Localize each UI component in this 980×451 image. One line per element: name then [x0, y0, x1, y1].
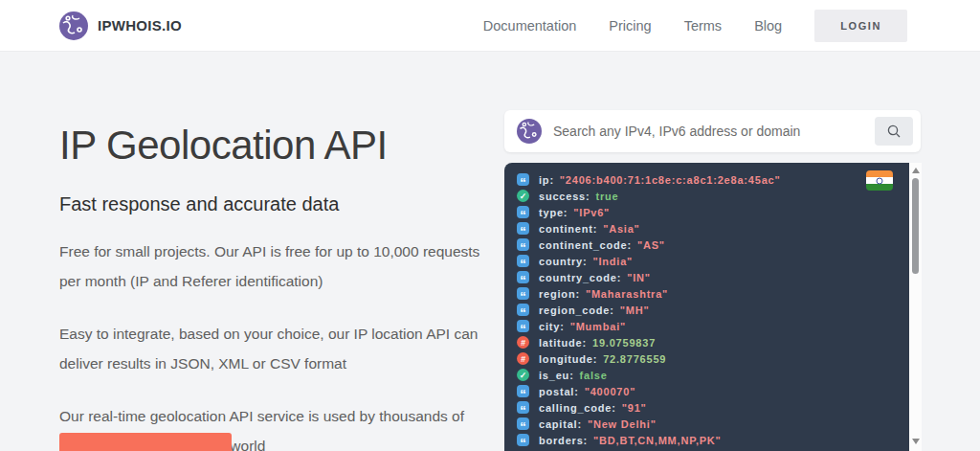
- number-type-icon: #: [517, 336, 529, 349]
- result-row: “ region: "Maharashtra": [517, 285, 909, 302]
- result-value: "AS": [637, 239, 665, 251]
- nav-link-pricing[interactable]: Pricing: [609, 18, 651, 34]
- page-subtitle: Fast response and accurate data: [59, 193, 495, 215]
- result-key: country_code:: [539, 272, 621, 283]
- result-key: longitude:: [539, 353, 597, 365]
- hero-paragraph-2: Easy to integrate, based on your choice,…: [59, 319, 495, 378]
- result-row: “ calling_code: "91": [517, 399, 909, 416]
- nav-link-documentation[interactable]: Documentation: [483, 18, 577, 34]
- boolean-type-icon: ✓: [517, 190, 529, 202]
- result-row: “ postal: "400070": [517, 383, 909, 399]
- string-type-icon: “: [517, 173, 529, 186]
- result-value: 19.0759837: [592, 337, 656, 349]
- string-type-icon: “: [517, 385, 529, 397]
- result-key: country:: [539, 256, 587, 267]
- api-result-panel: “ ip: "2406:b400:71:1c8e:c:a8c1:2e8a:45a…: [504, 163, 909, 451]
- search-icon: [886, 124, 902, 139]
- hero-paragraph-1: Free for small projects. Our API is free…: [59, 237, 495, 296]
- result-row: “ city: "Mumbai": [517, 318, 909, 334]
- string-type-icon: “: [517, 238, 529, 251]
- panel-scrollbar[interactable]: [909, 163, 922, 451]
- result-value: "Asia": [603, 223, 639, 235]
- ashoka-chakra: [877, 177, 883, 184]
- result-row: “ capital: "New Delhi": [517, 416, 909, 432]
- result-value: "91": [622, 402, 647, 414]
- string-type-icon: “: [517, 434, 529, 446]
- result-value: true: [596, 191, 619, 202]
- result-value: 72.8776559: [603, 353, 666, 365]
- ipwhois-globe-logo-icon: [59, 11, 88, 40]
- result-key: success:: [539, 191, 590, 202]
- cta-button[interactable]: [59, 433, 232, 451]
- result-key: latitude:: [539, 337, 587, 349]
- nav-link-blog[interactable]: Blog: [754, 18, 782, 34]
- result-key: continent_code:: [539, 239, 632, 251]
- result-row: “ type: "IPv6": [517, 204, 909, 220]
- result-key: continent:: [539, 223, 597, 235]
- nav-link-terms[interactable]: Terms: [684, 18, 722, 34]
- string-type-icon: “: [517, 287, 529, 300]
- result-key: region_code:: [539, 304, 614, 316]
- string-type-icon: “: [517, 417, 529, 430]
- result-key: calling_code:: [539, 402, 616, 414]
- result-value: "India": [592, 256, 633, 267]
- page-title: IP Geolocation API: [59, 123, 495, 169]
- navbar: IPWHOIS.IO Documentation Pricing Terms B…: [0, 0, 980, 52]
- nav-links: Documentation Pricing Terms Blog LOGIN: [483, 10, 907, 42]
- brand[interactable]: IPWHOIS.IO: [59, 11, 182, 40]
- result-key: borders:: [539, 435, 588, 446]
- result-row: “ country: "India": [517, 253, 909, 269]
- result-row: “ continent_code: "AS": [517, 237, 909, 253]
- search-input[interactable]: [553, 124, 875, 139]
- result-row: ✓ is_eu: false: [517, 367, 909, 383]
- result-key: type:: [539, 207, 568, 218]
- result-row: # longitude: 72.8776559: [517, 350, 909, 367]
- ipwhois-globe-icon: [517, 119, 542, 144]
- result-value: "New Delhi": [588, 418, 657, 430]
- result-value: "BD,BT,CN,MM,NP,PK": [593, 435, 722, 446]
- boolean-type-icon: ✓: [517, 369, 529, 381]
- brand-name: IPWHOIS.IO: [98, 17, 182, 34]
- result-value: "400070": [585, 386, 636, 397]
- result-row: # latitude: 19.0759837: [517, 334, 909, 350]
- result-value: "IPv6": [573, 207, 610, 218]
- string-type-icon: “: [517, 222, 529, 235]
- result-value: "IN": [627, 272, 651, 283]
- scrollbar-down-arrow-icon[interactable]: [912, 439, 920, 444]
- string-type-icon: “: [517, 271, 529, 283]
- result-key: ip:: [539, 174, 554, 186]
- result-value: "Maharashtra": [586, 288, 668, 300]
- result-row: “ borders: "BD,BT,CN,MM,NP,PK": [517, 432, 909, 448]
- search-bar: [504, 110, 921, 152]
- india-flag-icon: [866, 170, 893, 191]
- result-key: region:: [539, 288, 580, 300]
- string-type-icon: “: [517, 401, 529, 414]
- string-type-icon: “: [517, 255, 529, 267]
- result-row: “ country_code: "IN": [517, 269, 909, 285]
- result-key: capital:: [539, 418, 582, 430]
- result-key: city:: [539, 321, 565, 332]
- result-row: “ ip: "2406:b400:71:1c8e:c:a8c1:2e8a:45a…: [517, 171, 909, 188]
- string-type-icon: “: [517, 304, 529, 316]
- hero-left: IP Geolocation API Fast response and acc…: [59, 123, 495, 451]
- result-value: "MH": [620, 304, 650, 316]
- search-button[interactable]: [875, 117, 913, 146]
- result-key: is_eu:: [539, 370, 574, 381]
- scrollbar-thumb[interactable]: [912, 178, 919, 274]
- scrollbar-up-arrow-icon[interactable]: [912, 168, 920, 173]
- result-value: false: [580, 370, 608, 381]
- result-row: ✓ success: true: [517, 188, 909, 204]
- number-type-icon: #: [517, 352, 529, 365]
- result-value: "2406:b400:71:1c8e:c:a8c1:2e8a:45ac": [560, 174, 781, 186]
- string-type-icon: “: [517, 206, 529, 218]
- result-key: postal:: [539, 386, 579, 397]
- result-row: “ region_code: "MH": [517, 302, 909, 318]
- result-value: "Mumbai": [570, 321, 626, 332]
- result-row: “ continent: "Asia": [517, 220, 909, 237]
- string-type-icon: “: [517, 320, 529, 332]
- login-button[interactable]: LOGIN: [814, 10, 907, 42]
